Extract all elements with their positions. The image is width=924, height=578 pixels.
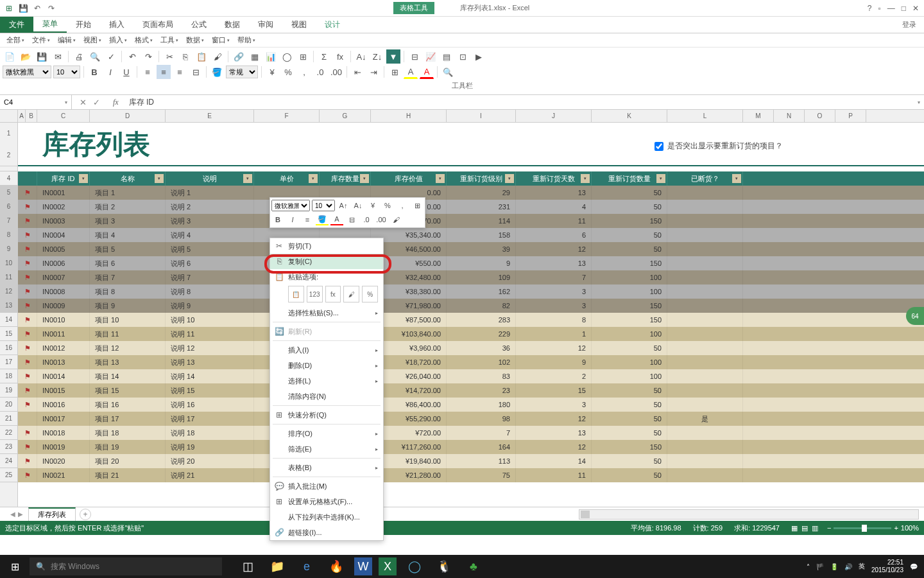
reqty-cell[interactable]: 50 <box>592 398 667 412</box>
id-cell[interactable]: IN0008 <box>37 285 90 299</box>
style-select[interactable]: 常规 <box>226 66 258 78</box>
level-cell[interactable]: 7 <box>447 426 516 440</box>
id-cell[interactable]: IN0014 <box>37 369 90 383</box>
days-cell[interactable]: 12 <box>516 412 592 426</box>
merge-icon[interactable]: ⊟ <box>189 65 203 79</box>
new-icon[interactable]: 📄 <box>3 49 17 64</box>
table-row[interactable]: ⚑IN0015项目 15说明 15¥14,720.00231550 <box>18 383 924 398</box>
days-cell[interactable]: 12 <box>516 242 592 256</box>
cm-cut[interactable]: ✂剪切(T) <box>270 238 383 254</box>
reqty-cell[interactable]: 150 <box>592 256 667 270</box>
currency-icon[interactable]: ¥ <box>265 65 279 79</box>
stop-cell[interactable] <box>667 214 743 228</box>
open-icon[interactable]: 📂 <box>19 49 33 64</box>
id-cell[interactable]: IN0006 <box>37 256 90 270</box>
reqty-cell[interactable]: 150 <box>592 299 667 313</box>
tray-up-icon[interactable]: ˄ <box>807 563 810 570</box>
mini-dec2-icon[interactable]: .00 <box>375 214 388 225</box>
float-badge[interactable]: 64 <box>906 307 924 325</box>
level-cell[interactable]: 158 <box>447 228 516 242</box>
align-right-icon[interactable]: ≡ <box>173 65 187 79</box>
bold-icon[interactable]: B <box>87 65 101 79</box>
menu-tools[interactable]: 工具▾ <box>158 35 181 45</box>
th-level[interactable]: 重新订货级别▾ <box>447 171 516 186</box>
stop-cell[interactable] <box>667 200 743 214</box>
sheet-tab[interactable]: 库存列表 <box>28 507 76 521</box>
name-cell[interactable]: 项目 1 <box>90 186 166 200</box>
name-cell[interactable]: 项目 19 <box>90 440 166 454</box>
dec-dec-icon[interactable]: .00 <box>329 65 343 79</box>
id-cell[interactable]: IN0004 <box>37 228 90 242</box>
col-d[interactable]: D <box>90 110 166 122</box>
find-icon[interactable]: 🔍 <box>441 65 455 79</box>
name-cell[interactable]: 项目 14 <box>90 369 166 383</box>
mini-size[interactable]: 10 <box>312 200 335 211</box>
mini-italic-icon[interactable]: I <box>286 214 299 225</box>
zoom-in-icon[interactable]: + <box>894 524 898 532</box>
reqty-cell[interactable]: 50 <box>592 383 667 398</box>
row-header[interactable]: 23 <box>0 440 17 454</box>
app2-icon[interactable]: ◯ <box>400 555 429 578</box>
desc-cell[interactable]: 说明 21 <box>166 468 254 482</box>
row-header[interactable]: 19 <box>0 383 17 398</box>
cm-format[interactable]: ⊞设置单元格格式(F)... <box>270 494 383 509</box>
id-cell[interactable]: IN0009 <box>37 299 90 313</box>
percent-icon[interactable]: % <box>281 65 295 79</box>
redo2-icon[interactable]: ↷ <box>141 49 155 64</box>
row-4[interactable]: 4 <box>0 171 17 186</box>
level-cell[interactable]: 231 <box>447 200 516 214</box>
level-cell[interactable]: 9 <box>447 256 516 270</box>
menu-file[interactable]: 文件▾ <box>30 35 53 45</box>
tray-sound-icon[interactable]: 🔊 <box>844 563 852 570</box>
table-row[interactable]: ⚑IN0005项目 5说明 5¥46,500.00391250 <box>18 242 924 256</box>
level-cell[interactable]: 75 <box>447 468 516 482</box>
name-cell[interactable]: 项目 12 <box>90 341 166 355</box>
tab-formula[interactable]: 公式 <box>182 17 216 33</box>
days-cell[interactable]: 12 <box>516 341 592 355</box>
stop-cell[interactable] <box>667 454 743 468</box>
row-header[interactable]: 15 <box>0 327 17 341</box>
days-cell[interactable]: 7 <box>516 270 592 285</box>
desc-cell[interactable]: 说明 16 <box>166 398 254 412</box>
reqty-cell[interactable]: 50 <box>592 468 667 482</box>
name-cell[interactable]: 项目 3 <box>90 214 166 228</box>
th-name[interactable]: 名称▾ <box>90 171 166 186</box>
level-cell[interactable]: 114 <box>447 214 516 228</box>
sort-asc-icon[interactable]: A↓ <box>354 49 368 64</box>
col-f[interactable]: F <box>254 110 320 122</box>
paste-format-icon[interactable]: 🖌 <box>343 286 359 302</box>
cm-select[interactable]: 选择(L)▸ <box>270 373 383 389</box>
stop-cell[interactable] <box>667 242 743 256</box>
taskview-icon[interactable]: ◫ <box>234 555 262 578</box>
tray-flag-icon[interactable]: 🏴 <box>816 563 824 570</box>
name-cell[interactable]: 项目 2 <box>90 200 166 214</box>
cm-copy[interactable]: ⎘复制(C) <box>270 254 383 269</box>
size-select[interactable]: 10 <box>53 66 80 78</box>
table-row[interactable]: IN0017项目 17说明 17¥55,290.00981250是 <box>18 412 924 426</box>
id-cell[interactable]: IN0001 <box>37 186 90 200</box>
fill-icon[interactable]: 🪣 <box>210 65 224 79</box>
menu-all[interactable]: 全部▾ <box>4 35 27 45</box>
indent-dec-icon[interactable]: ⇤ <box>350 65 364 79</box>
view-normal-icon[interactable]: ▦ <box>791 524 798 532</box>
row-header[interactable]: 12 <box>0 285 17 299</box>
stop-cell[interactable] <box>667 369 743 383</box>
desc-cell[interactable]: 说明 17 <box>166 412 254 426</box>
col-k[interactable]: K <box>592 110 667 122</box>
level-cell[interactable]: 98 <box>447 412 516 426</box>
freeze-icon[interactable]: ▤ <box>440 49 454 64</box>
pivot-icon[interactable]: ⊞ <box>296 49 310 64</box>
table-icon[interactable]: ▦ <box>248 49 262 64</box>
stop-cell[interactable] <box>667 426 743 440</box>
desc-cell[interactable]: 说明 20 <box>166 454 254 468</box>
reqty-cell[interactable]: 50 <box>592 426 667 440</box>
row-header[interactable]: 13 <box>0 299 17 313</box>
fx-label[interactable]: fx <box>108 98 124 107</box>
cm-delete[interactable]: 删除(D)▸ <box>270 358 383 373</box>
id-cell[interactable]: IN0016 <box>37 398 90 412</box>
reqty-cell[interactable]: 50 <box>592 186 667 200</box>
zoom-out-icon[interactable]: − <box>827 524 831 532</box>
days-cell[interactable]: 13 <box>516 256 592 270</box>
reqty-cell[interactable]: 50 <box>592 454 667 468</box>
id-cell[interactable]: IN0005 <box>37 242 90 256</box>
